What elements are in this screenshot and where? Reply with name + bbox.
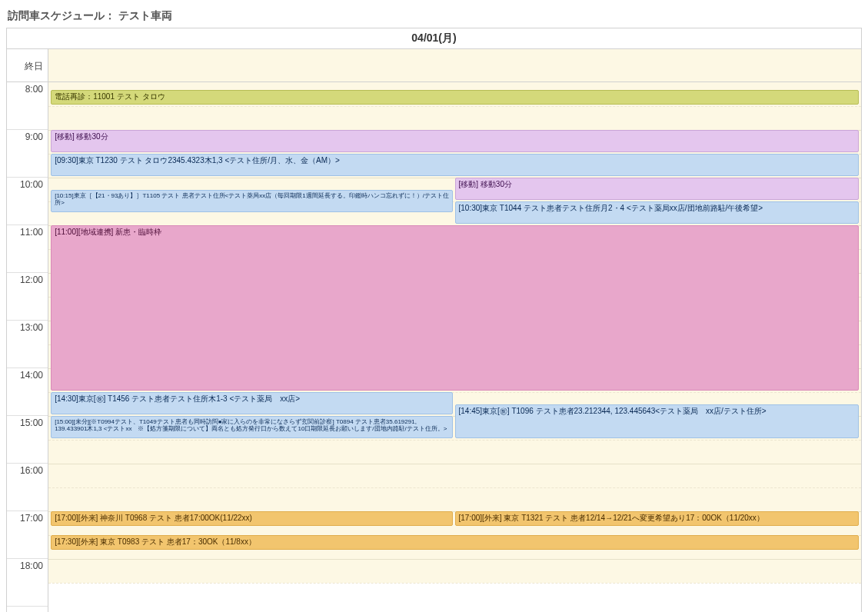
calendar-event[interactable]: [09:30]東京 T1230 テスト タロウ2345.4323木1,3 <テス… [51,154,859,176]
calendar-event[interactable]: [11:00][地域連携] 新患・臨時枠 [51,225,859,391]
calendar-event[interactable]: [移動] 移動30分 [455,178,859,200]
hour-label: 12:00 [7,273,48,321]
hour-label: 13:00 [7,321,48,368]
calendar-event[interactable]: [17:00][外来] 神奈川 T0968 テスト 患者17:00OK(11/2… [51,511,453,526]
time-grid: 8:009:0010:0011:0012:0013:0014:0015:0016… [7,82,861,612]
calendar-event[interactable]: [10:30]東京 T1044 テスト患者テスト住所月2・4 <テスト薬局xx店… [455,201,859,224]
calendar-event[interactable]: [14:45]東京[㊑] T1096 テスト患者23.212344, 123.4… [455,404,859,439]
hour-label: 8:00 [7,82,48,130]
allday-row: 終日 [7,49,861,82]
hour-label: 15:00 [7,416,48,464]
time-column: 8:009:0010:0011:0012:0013:0014:0015:0016… [7,82,48,612]
hour-label: 9:00 [7,130,48,178]
hour-label: 17:00 [7,511,48,559]
calendar-event[interactable]: [15:00][未分][※T0994テスト、T1049テスト患者も同時訪問●家に… [51,416,453,438]
calendar-event[interactable]: [14:30]東京[㊑] T1456 テスト患者テスト住所木1-3 <テスト薬局… [51,392,453,414]
page-title: 訪問車スケジュール： テスト車両 [8,9,862,23]
calendar-event[interactable]: [移動] 移動30分 [51,130,859,152]
allday-body[interactable] [48,49,861,81]
hour-label: 11:00 [7,225,48,273]
calendar-event[interactable]: [17:30][外来] 東京 T0983 テスト 患者17：30OK（11/8x… [51,535,859,550]
day-header: 04/01(月) [7,28,861,49]
calendar-event[interactable]: 電話再診：11001 テスト タロウ [51,90,859,105]
calendar-event[interactable]: [17:00][外来] 東京 T1321 テスト 患者12/14→12/21へ変… [455,511,859,526]
hour-label: 10:00 [7,178,48,225]
hour-label: 18:00 [7,559,48,607]
hour-label: 16:00 [7,464,48,511]
allday-label: 終日 [7,49,48,81]
calendar-event[interactable]: [10:15]東京［【21・93あり】］T1105 テスト 患者テスト住所<テス… [51,190,453,212]
events-column[interactable]: 電話再診：11001 テスト タロウ[移動] 移動30分[09:30]東京 T1… [48,82,861,583]
hour-label: 14:00 [7,368,48,416]
calendar: 04/01(月) 終日 8:009:0010:0011:0012:0013:00… [6,28,862,612]
